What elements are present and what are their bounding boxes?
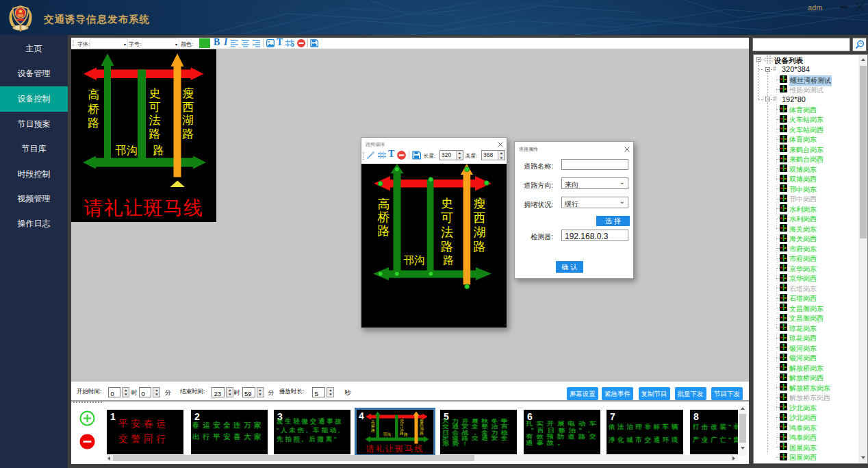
svg-text:路: 路 <box>378 224 390 238</box>
svg-text:史: 史 <box>149 87 161 100</box>
svg-text:可: 可 <box>441 211 453 225</box>
svg-text:路: 路 <box>182 127 194 140</box>
svg-text:路: 路 <box>88 116 99 130</box>
svg-text:瘦: 瘦 <box>474 197 486 210</box>
svg-text:邗沟: 邗沟 <box>116 145 138 156</box>
svg-text:请礼让斑马线: 请礼让斑马线 <box>366 444 424 454</box>
svg-text:桥: 桥 <box>88 103 99 116</box>
svg-text:可: 可 <box>149 101 161 114</box>
svg-text:湖: 湖 <box>182 114 194 127</box>
svg-text:西: 西 <box>182 101 194 114</box>
svg-text:高: 高 <box>378 197 390 211</box>
svg-text:高: 高 <box>88 88 99 101</box>
svg-text:请礼让斑马线: 请礼让斑马线 <box>84 197 204 219</box>
svg-text:邗沟: 邗沟 <box>383 432 391 437</box>
svg-text:邗沟: 邗沟 <box>404 254 425 266</box>
svg-text:路: 路 <box>371 428 375 433</box>
svg-text:西: 西 <box>474 211 486 225</box>
svg-text:史: 史 <box>441 197 453 210</box>
svg-text:桥: 桥 <box>377 210 390 224</box>
svg-text:路: 路 <box>474 240 486 254</box>
svg-text:湖: 湖 <box>474 225 486 239</box>
svg-text:法: 法 <box>149 114 161 127</box>
svg-text:路: 路 <box>153 145 164 156</box>
svg-text:路: 路 <box>149 127 161 140</box>
svg-text:路: 路 <box>441 240 453 254</box>
svg-text:路: 路 <box>420 431 424 436</box>
svg-text:路: 路 <box>404 432 408 437</box>
svg-text:路: 路 <box>443 254 454 266</box>
svg-text:法: 法 <box>441 225 453 239</box>
svg-text:瘦: 瘦 <box>182 87 194 100</box>
